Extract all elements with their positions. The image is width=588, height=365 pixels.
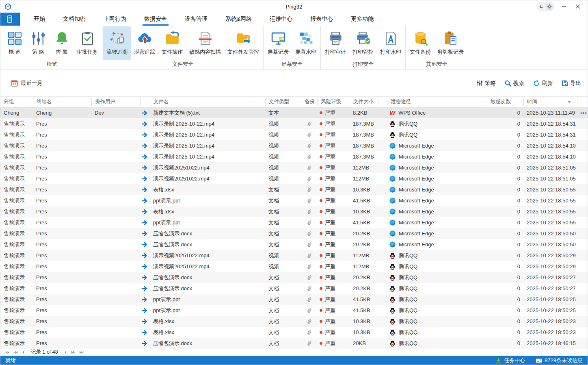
column-header[interactable]: 文件类型: [265, 98, 301, 106]
ribbon-button-policy[interactable]: 策 略: [26, 26, 50, 60]
risk-label: 严重: [325, 186, 335, 193]
table-row[interactable]: 售前演示Pres演示录制 2025-10-22.mp4视频严重187.3MB腾讯…: [0, 129, 588, 140]
ribbon-button-backup[interactable]: 文件备份: [406, 26, 434, 60]
cell-channel: Microsoft Edge: [387, 219, 487, 226]
last-page-button[interactable]: [78, 350, 85, 354]
table-row[interactable]: 售前演示Pres表格.xlsx文档严重10.3KBMicrosoft Edge0…: [0, 206, 588, 217]
table-row[interactable]: 售前演示Pres压缩包演示.docx文档严重20.2KB腾讯QQ02025-10…: [0, 272, 588, 283]
arrow-right-icon: [142, 319, 148, 324]
column-header[interactable]: 时间: [523, 98, 577, 106]
table-row[interactable]: 售前演示Presppt演示.ppt文档严重41.5KBMicrosoft Edg…: [0, 195, 588, 206]
date-range-filter[interactable]: 23 最近一月: [11, 80, 43, 87]
cell-size: 10.3KB: [350, 318, 378, 324]
row-more-button[interactable]: •••: [580, 110, 587, 116]
table-row[interactable]: 售前演示Presppt演示.ppt文档严重41.5KBMicrosoft Edg…: [0, 217, 588, 228]
sun-icon[interactable]: [546, 3, 553, 10]
action-policy-sm[interactable]: 策略: [477, 80, 496, 87]
ribbon-button-overview[interactable]: 概 览: [3, 26, 26, 60]
cell-channel: Microsoft Edge: [387, 154, 487, 160]
cell-backup: [301, 230, 317, 237]
fast-next-button[interactable]: [70, 350, 76, 354]
ribbon-button-alert[interactable]: 告 警: [50, 26, 74, 60]
cell-group: 售前演示: [0, 241, 33, 248]
cell-count: 0: [487, 340, 523, 346]
table-row[interactable]: 售前演示Pres演示录制 2025-10-22.mp4视频严重187.3MBMi…: [0, 151, 588, 162]
menu-tab[interactable]: 运维中心: [261, 13, 301, 26]
table-row[interactable]: 售前演示Pres表格.xlsx文档严重10.3KB腾讯QQ02025-10-22…: [0, 327, 588, 338]
menu-tab[interactable]: 文档加密: [54, 13, 95, 26]
ribbon-button-printctrl[interactable]: 打印管控: [349, 26, 377, 60]
cell-time: 2025-10-22 18:50:23: [523, 318, 577, 324]
column-header[interactable]: 风险评级: [317, 98, 350, 106]
ribbon-button-fileop[interactable]: 文件操作: [158, 26, 186, 60]
column-header[interactable]: [577, 98, 588, 106]
alert-icon: [54, 31, 69, 46]
table-row[interactable]: 售前演示Pres压缩包演示.docx文档严重20KB腾讯QQ02025-10-2…: [0, 338, 588, 349]
qq-icon: [389, 121, 396, 127]
table-row[interactable]: 售前演示Pres演示视频20251022.mp4视频严重112MB腾讯QQ020…: [0, 250, 588, 261]
theme-toggle[interactable]: [536, 2, 554, 11]
ribbon-button-trace[interactable]: 流转追溯: [103, 26, 131, 60]
moon-icon[interactable]: [538, 3, 545, 10]
cell-terminal: Pres: [33, 329, 91, 335]
menu-tab[interactable]: 系统&网络: [216, 13, 261, 26]
ribbon-button-printaudit[interactable]: 打印审计: [322, 26, 349, 60]
ribbon-button-scan[interactable]: 敏感内容扫描: [186, 26, 224, 60]
table-row[interactable]: 售前演示Presppt演示.ppt文档严重41.5KB腾讯QQ02025-10-…: [0, 305, 588, 316]
menu-tab[interactable]: 数据安全: [135, 13, 176, 26]
risk-dot-icon: [320, 298, 322, 301]
table-row[interactable]: 售前演示Pres压缩包演示.docx文档严重20.2KBMicrosoft Ed…: [0, 228, 588, 239]
column-header[interactable]: 文件大小: [350, 98, 378, 106]
column-header[interactable]: 终端名: [33, 98, 91, 106]
action-search[interactable]: 搜索: [505, 80, 524, 87]
menu-tab[interactable]: 上网行为: [95, 13, 135, 26]
table-row[interactable]: 售前演示Pres演示视频20251022.mp4视频严重112MB腾讯QQ020…: [0, 261, 588, 272]
table-row[interactable]: 售前演示Pres压缩包演示.docx文档严重20.2KB腾讯QQ02025-10…: [0, 283, 588, 294]
column-header[interactable]: 文件名: [150, 98, 265, 106]
ribbon-button-outsend[interactable]: 文件外发管控: [224, 26, 262, 60]
table-row[interactable]: 售前演示Pres表格.xlsx文档严重10.3KB腾讯QQ02025-10-22…: [0, 316, 588, 327]
column-header[interactable]: [378, 98, 387, 106]
table-row[interactable]: 售前演示Pres演示视频20251022.mp4视频严重112MBMicroso…: [0, 162, 588, 173]
ribbon-button-screenrec[interactable]: 屏幕记录: [264, 26, 292, 60]
close-button[interactable]: [574, 2, 582, 11]
ribbon-button-printwm[interactable]: 打印水印: [377, 26, 404, 60]
cell-type: 文档: [265, 197, 301, 204]
ribbon-button-leak[interactable]: 泄密追踪: [131, 26, 158, 60]
table-row[interactable]: 售前演示Pres演示视频20251022.mp4视频严重112MBMicroso…: [0, 173, 588, 184]
next-page-button[interactable]: [64, 350, 68, 354]
action-refresh[interactable]: 刷新: [533, 80, 553, 87]
first-page-button[interactable]: [4, 350, 11, 354]
ribbon-button-cliprec[interactable]: 剪切板记录: [434, 26, 467, 60]
column-header[interactable]: 泄密途径: [387, 98, 487, 106]
table-row[interactable]: 售前演示Pres演示录制 2025-10-22.mp4视频严重187.3MBMi…: [0, 140, 588, 151]
task-center-button[interactable]: 任务中心: [495, 357, 525, 364]
minimize-button[interactable]: [560, 2, 568, 11]
column-header[interactable]: 敏感次数: [487, 98, 523, 106]
table-row[interactable]: 售前演示Pres演示录制 2025-10-22.mp4视频严重187.3MB腾讯…: [0, 118, 588, 129]
sort-caret-icon[interactable]: [567, 101, 571, 103]
menu-tab[interactable]: 开始: [25, 13, 54, 26]
column-header[interactable]: 分组: [0, 98, 33, 106]
prev-page-button[interactable]: [21, 350, 25, 354]
app-menu-button[interactable]: [0, 13, 20, 26]
table-row[interactable]: 售前演示Pres表格.xlsx文档严重10.3KBMicrosoft Edge0…: [0, 184, 588, 195]
action-export[interactable]: 导出: [562, 80, 581, 87]
cell-group: 售前演示: [0, 285, 33, 292]
column-header[interactable]: 备份: [301, 98, 317, 106]
date-range-label: 最近一月: [21, 80, 43, 87]
table-row[interactable]: 售前演示Pres压缩包演示.docx文档严重20.2KBMicrosoft Ed…: [0, 239, 588, 250]
ribbon-button-screenwm[interactable]: 屏幕水印: [292, 26, 320, 60]
menu-tab[interactable]: 报表中心: [301, 13, 342, 26]
menu-tab[interactable]: 更多功能: [342, 13, 383, 26]
column-header[interactable]: [140, 98, 150, 106]
messages-button[interactable]: 8728条未读信息: [536, 357, 583, 364]
table-row[interactable]: ChengChengDev新建文本文档 (5).txt文本严重8.2KBWWPS…: [0, 107, 588, 118]
column-header[interactable]: 操作用户: [91, 98, 140, 106]
menu-tab[interactable]: 设备管理: [176, 13, 216, 26]
fast-prev-button[interactable]: [13, 350, 19, 354]
table-row[interactable]: 售前演示Presppt演示.ppt文档严重41.5KB腾讯QQ02025-10-…: [0, 294, 588, 305]
ribbon-group: 文件备份剪切板记录其他安全: [405, 26, 468, 70]
ribbon-button-approval[interactable]: 审批任务: [74, 26, 101, 60]
column-header-label: 备份: [305, 98, 315, 105]
